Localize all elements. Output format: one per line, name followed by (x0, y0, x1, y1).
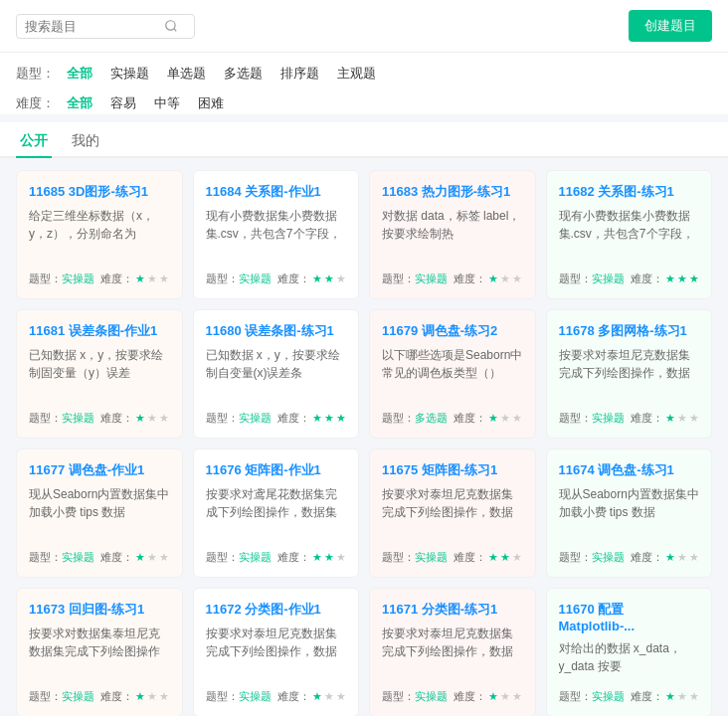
difficulty-filter-medium[interactable]: 中等 (148, 92, 186, 114)
card-footer: 题型：实操题难度：★★★ (559, 411, 700, 426)
type-filter-all[interactable]: 全部 (61, 63, 98, 85)
svg-point-0 (166, 21, 175, 30)
card-desc: 按要求对鸢尾花数据集完成下列绘图操作，数据集 (206, 485, 347, 542)
search-box[interactable] (16, 14, 195, 39)
card-type: 题型：实操题 (206, 411, 272, 426)
card-difficulty: 难度：★★★ (631, 271, 699, 286)
card-desc: 按要求对数据集泰坦尼克数据集完成下列绘图操作 (29, 625, 170, 681)
card-item[interactable]: 11670 配置Matplotlib-...对给出的数据 x_data，y_da… (546, 588, 713, 716)
card-footer: 题型：实操题难度：★★★ (382, 271, 523, 286)
card-desc: 现有小费数据集小费数据集.csv，共包含7个字段， (559, 207, 700, 264)
card-type: 题型：实操题 (206, 550, 272, 565)
type-filter-multi[interactable]: 多选题 (218, 63, 269, 85)
card-item[interactable]: 11685 3D图形-练习1给定三维坐标数据（x，y，z），分别命名为题型：实操… (16, 170, 183, 299)
card-item[interactable]: 11679 调色盘-练习2以下哪些选项是Seaborn中常见的调色板类型（）题型… (369, 309, 536, 439)
search-input[interactable] (25, 19, 164, 34)
card-difficulty: 难度：★★★ (100, 550, 169, 565)
card-difficulty: 难度：★★★ (454, 271, 522, 286)
difficulty-filter-all[interactable]: 全部 (61, 92, 98, 114)
card-item[interactable]: 11676 矩阵图-作业1按要求对鸢尾花数据集完成下列绘图操作，数据集题型：实操… (193, 448, 360, 578)
card-item[interactable]: 11682 关系图-练习1现有小费数据集小费数据集.csv，共包含7个字段，题型… (546, 170, 713, 299)
tab-mine[interactable]: 我的 (68, 126, 103, 158)
card-footer: 题型：实操题难度：★★★ (206, 271, 347, 286)
card-footer: 题型：实操题难度：★★★ (559, 271, 700, 286)
card-footer: 题型：实操题难度：★★★ (29, 689, 170, 704)
card-title: 11677 调色盘-作业1 (29, 461, 170, 479)
card-type: 题型：实操题 (29, 550, 94, 565)
card-title: 11674 调色盘-练习1 (559, 461, 700, 479)
card-difficulty: 难度：★★★ (277, 689, 346, 704)
create-button[interactable]: 创建题目 (629, 10, 712, 42)
card-footer: 题型：实操题难度：★★★ (29, 411, 170, 426)
card-difficulty: 难度：★★★ (277, 550, 346, 565)
type-filter-practice[interactable]: 实操题 (104, 63, 155, 85)
card-footer: 题型：实操题难度：★★★ (206, 689, 347, 704)
type-filter-subjective[interactable]: 主观题 (331, 63, 382, 85)
card-desc: 按要求对泰坦尼克数据集完成下列绘图操作，数据 (382, 625, 523, 681)
card-type: 题型：多选题 (382, 411, 448, 426)
card-desc: 现有小费数据集小费数据集.csv，共包含7个字段， (206, 207, 347, 264)
card-type: 题型：实操题 (559, 411, 625, 426)
card-difficulty: 难度：★★★ (454, 550, 522, 565)
card-footer: 题型：实操题难度：★★★ (29, 271, 170, 286)
card-desc: 按要求对泰坦尼克数据集完成下列绘图操作，数据 (559, 346, 700, 403)
card-title: 11680 误差条图-练习1 (206, 322, 347, 340)
card-title: 11685 3D图形-练习1 (29, 183, 170, 201)
card-item[interactable]: 11680 误差条图-练习1已知数据 x，y，按要求绘制自变量(x)误差条题型：… (193, 309, 360, 439)
card-type: 题型：实操题 (559, 271, 625, 286)
card-desc: 现从Seaborn内置数据集中加载小费 tips 数据 (559, 485, 700, 542)
card-item[interactable]: 11681 误差条图-作业1已知数据 x，y，按要求绘制固变量（y）误差题型：实… (16, 309, 183, 439)
svg-line-1 (174, 29, 177, 32)
card-type: 题型：实操题 (29, 411, 94, 426)
card-item[interactable]: 11672 分类图-作业1按要求对泰坦尼克数据集完成下列绘图操作，数据题型：实操… (193, 588, 360, 716)
card-footer: 题型：实操题难度：★★★ (559, 550, 700, 565)
difficulty-filter-label: 难度： (16, 94, 55, 112)
tabs-row: 公开 我的 (0, 122, 728, 158)
card-type: 题型：实操题 (206, 271, 272, 286)
search-icon (164, 19, 178, 33)
type-filter-sort[interactable]: 排序题 (274, 63, 325, 85)
card-desc: 已知数据 x，y，按要求绘制自变量(x)误差条 (206, 346, 347, 403)
card-desc: 按要求对泰坦尼克数据集完成下列绘图操作，数据 (206, 625, 347, 681)
difficulty-filter-row: 难度： 全部 容易 中等 困难 (16, 92, 712, 114)
card-item[interactable]: 11684 关系图-作业1现有小费数据集小费数据集.csv，共包含7个字段，题型… (193, 170, 360, 299)
card-desc: 按要求对泰坦尼克数据集完成下列绘图操作，数据 (382, 485, 523, 542)
card-difficulty: 难度：★★★ (277, 411, 346, 426)
card-difficulty: 难度：★★★ (100, 689, 169, 704)
card-title: 11684 关系图-作业1 (206, 183, 347, 201)
card-item[interactable]: 11675 矩阵图-练习1按要求对泰坦尼克数据集完成下列绘图操作，数据题型：实操… (369, 448, 536, 578)
card-footer: 题型：多选题难度：★★★ (382, 411, 523, 426)
card-desc: 给定三维坐标数据（x，y，z），分别命名为 (29, 207, 170, 264)
card-difficulty: 难度：★★★ (454, 411, 522, 426)
tab-public[interactable]: 公开 (16, 126, 52, 158)
difficulty-filter-easy[interactable]: 容易 (104, 92, 142, 114)
card-item[interactable]: 11678 多图网格-练习1按要求对泰坦尼克数据集完成下列绘图操作，数据题型：实… (546, 309, 713, 439)
type-filter-single[interactable]: 单选题 (161, 63, 212, 85)
card-title: 11670 配置Matplotlib-... (559, 601, 700, 633)
card-footer: 题型：实操题难度：★★★ (206, 411, 347, 426)
card-item[interactable]: 11673 回归图-练习1按要求对数据集泰坦尼克数据集完成下列绘图操作题型：实操… (16, 588, 183, 716)
card-desc: 以下哪些选项是Seaborn中常见的调色板类型（） (382, 346, 523, 403)
card-difficulty: 难度：★★★ (100, 411, 169, 426)
card-title: 11683 热力图形-练习1 (382, 183, 523, 201)
card-type: 题型：实操题 (206, 689, 272, 704)
card-footer: 题型：实操题难度：★★★ (559, 689, 700, 704)
card-title: 11676 矩阵图-作业1 (206, 461, 347, 479)
card-footer: 题型：实操题难度：★★★ (206, 550, 347, 565)
cards-grid: 11685 3D图形-练习1给定三维坐标数据（x，y，z），分别命名为题型：实操… (0, 158, 728, 716)
card-type: 题型：实操题 (29, 689, 94, 704)
card-item[interactable]: 11674 调色盘-练习1现从Seaborn内置数据集中加载小费 tips 数据… (546, 448, 713, 578)
card-difficulty: 难度：★★★ (631, 411, 699, 426)
card-item[interactable]: 11677 调色盘-作业1现从Seaborn内置数据集中加载小费 tips 数据… (16, 448, 183, 578)
card-desc: 对给出的数据 x_data，y_data 按要 (559, 639, 700, 681)
type-filter-row: 题型： 全部 实操题 单选题 多选题 排序题 主观题 (16, 63, 712, 85)
difficulty-filter-hard[interactable]: 困难 (192, 92, 230, 114)
card-footer: 题型：实操题难度：★★★ (382, 689, 523, 704)
card-desc: 已知数据 x，y，按要求绘制固变量（y）误差 (29, 346, 170, 403)
card-item[interactable]: 11671 分类图-练习1按要求对泰坦尼克数据集完成下列绘图操作，数据题型：实操… (369, 588, 536, 716)
card-title: 11672 分类图-作业1 (206, 601, 347, 619)
card-footer: 题型：实操题难度：★★★ (29, 550, 170, 565)
card-title: 11675 矩阵图-练习1 (382, 461, 523, 479)
card-title: 11671 分类图-练习1 (382, 601, 523, 619)
card-item[interactable]: 11683 热力图形-练习1对数据 data，标签 label，按要求绘制热题型… (369, 170, 536, 299)
